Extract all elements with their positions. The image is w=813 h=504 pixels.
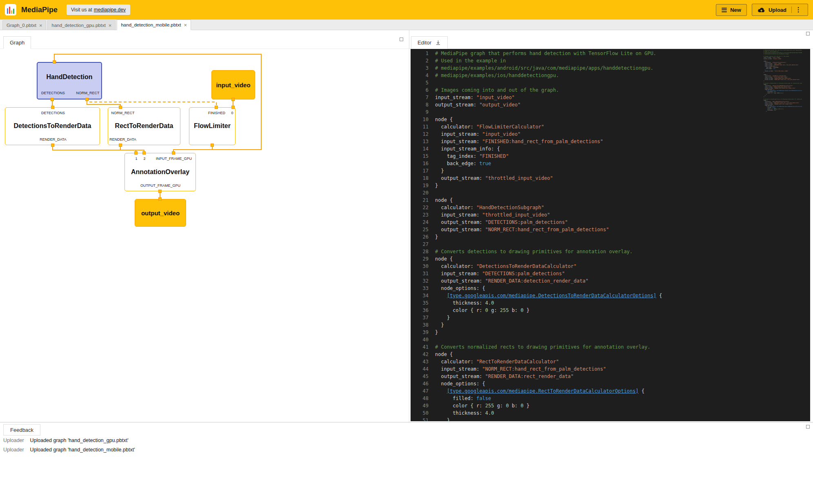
new-button-label: New xyxy=(730,7,741,13)
file-tab-label: hand_detection_gpu.pbtxt xyxy=(51,23,105,28)
download-icon[interactable] xyxy=(435,40,441,46)
node-hand-detection[interactable]: HandDetection DETECTIONS NORM_RECT xyxy=(37,62,102,99)
tab-close-icon[interactable]: × xyxy=(184,22,187,28)
cloud-upload-icon xyxy=(757,7,765,13)
file-tab-strip: Graph_0.pbtxt × hand_detection_gpu.pbtxt… xyxy=(0,20,813,30)
port-square xyxy=(158,197,162,201)
port-label: NORM_RECT xyxy=(76,91,99,95)
tab-close-icon[interactable]: × xyxy=(39,23,42,28)
port-label: 0 xyxy=(231,111,233,115)
new-button[interactable]: New xyxy=(716,4,747,16)
maximize-icon[interactable] xyxy=(806,32,810,35)
feedback-row: Uploader Uploaded graph 'hand_detection_… xyxy=(3,438,129,443)
feedback-tab-label: Feedback xyxy=(10,427,33,433)
file-tab-graph-0[interactable]: Graph_0.pbtxt × xyxy=(2,20,46,30)
port-label: OUTPUT_FRAME_GPU xyxy=(140,183,180,188)
tab-close-icon[interactable]: × xyxy=(109,23,112,28)
port-label: RENDER_DATA xyxy=(109,137,136,141)
editor-pane-header: Editor xyxy=(409,30,813,49)
port-square xyxy=(142,151,146,155)
graph-pane-header: Graph xyxy=(0,30,409,49)
node-title: RectToRenderData xyxy=(108,122,180,130)
node-flow-limiter[interactable]: FINISHED 0 FlowLimiter xyxy=(189,107,235,145)
node-title: AnnotationOverlay xyxy=(125,168,195,176)
feedback-message: Uploaded graph 'hand_detection_mobile.pb… xyxy=(30,447,135,453)
port-label: INPUT_FRAME_GPU xyxy=(156,157,192,161)
maximize-icon[interactable] xyxy=(806,425,810,429)
hamburger-icon xyxy=(722,8,727,12)
port-square xyxy=(134,151,138,155)
port-label: DETECTIONS xyxy=(41,111,65,115)
mediapipe-visualizer: MediaPipe Visit us at mediapipe.dev New … xyxy=(0,0,813,504)
graph-edge-rect-render-data xyxy=(120,145,144,153)
graph-edge-detection-render-data xyxy=(53,145,136,153)
node-annotation-overlay[interactable]: 1 2 INPUT_FRAME_GPU AnnotationOverlay OU… xyxy=(124,153,196,191)
file-tab-label: hand_detection_mobile.pbtxt xyxy=(121,22,181,27)
port-square xyxy=(51,98,54,101)
port-square xyxy=(119,144,122,147)
node-detections-to-render-data[interactable]: DETECTIONS DetectionsToRenderData RENDER… xyxy=(5,107,100,145)
feedback-source: Uploader xyxy=(3,447,29,453)
upload-button[interactable]: Upload ⋮ xyxy=(752,4,808,16)
graph-edge-back-edge-dashed xyxy=(87,99,216,107)
feedback-panel: Feedback Uploader Uploaded graph 'hand_d… xyxy=(0,422,813,504)
port-label: FINISHED xyxy=(208,111,225,115)
feedback-row: Uploader Uploaded graph 'hand_detection_… xyxy=(3,447,135,453)
port-label: 1 xyxy=(135,157,137,161)
port-label: RENDER_DATA xyxy=(40,137,67,141)
tab-feedback[interactable]: Feedback xyxy=(3,424,40,435)
visit-label: Visit us at xyxy=(71,7,92,13)
node-output-video[interactable]: output_video xyxy=(135,199,186,227)
node-title: input_video xyxy=(212,82,255,88)
port-square xyxy=(85,98,89,101)
file-tab-hand-detection-mobile[interactable]: hand_detection_mobile.pbtxt × xyxy=(117,20,191,30)
port-square xyxy=(231,106,235,109)
node-input-video[interactable]: input_video xyxy=(211,70,255,99)
app-title: MediaPipe xyxy=(21,6,58,14)
port-square xyxy=(211,144,214,147)
code-editor[interactable]: 1234567891011121314151617181920212223242… xyxy=(411,49,810,421)
port-square xyxy=(231,98,235,101)
port-square xyxy=(51,106,54,109)
port-square xyxy=(215,106,218,109)
node-title: output_video xyxy=(135,210,186,217)
node-title: FlowLimiter xyxy=(189,122,235,130)
editor-gutter: 1234567891011121314151617181920212223242… xyxy=(411,50,429,421)
file-tab-label: Graph_0.pbtxt xyxy=(7,23,36,28)
port-square xyxy=(172,151,175,155)
port-square xyxy=(158,190,162,193)
editor-pane: Editor 123456789101112131415161718192021… xyxy=(409,30,813,422)
graph-edge-norm-rect xyxy=(87,99,120,107)
port-square xyxy=(119,106,122,109)
file-tab-hand-detection-gpu[interactable]: hand_detection_gpu.pbtxt × xyxy=(47,20,116,30)
graph-pane: Graph HandDetection xyxy=(0,30,409,422)
graph-tab-label: Graph xyxy=(10,40,24,46)
visit-link-button[interactable]: Visit us at mediapipe.dev xyxy=(67,4,130,15)
port-label: NORM_RECT xyxy=(111,111,134,115)
upload-button-label: Upload xyxy=(769,7,786,13)
port-square xyxy=(51,144,54,147)
tab-editor[interactable]: Editor xyxy=(411,36,448,49)
node-title: HandDetection xyxy=(38,73,101,81)
tab-graph[interactable]: Graph xyxy=(3,36,31,49)
feedback-message: Uploaded graph 'hand_detection_gpu.pbtxt… xyxy=(30,438,128,443)
maximize-icon[interactable] xyxy=(400,38,403,41)
node-rect-to-render-data[interactable]: NORM_RECT RectToRenderData RENDER_DATA xyxy=(108,107,180,145)
graph-canvas[interactable]: HandDetection DETECTIONS NORM_RECT input… xyxy=(0,50,409,422)
feedback-source: Uploader xyxy=(3,438,29,443)
port-label: DETECTIONS xyxy=(41,91,65,95)
header-bar: MediaPipe Visit us at mediapipe.dev New … xyxy=(0,0,813,20)
graph-edge-throttled-to-overlay xyxy=(173,145,212,153)
editor-code[interactable]: # MediaPipe graph that performs hand det… xyxy=(435,50,757,421)
node-title: DetectionsToRenderData xyxy=(5,122,100,130)
visit-link[interactable]: mediapipe.dev xyxy=(94,7,126,13)
edge-layer xyxy=(0,50,409,422)
kebab-menu-icon[interactable]: ⋮ xyxy=(791,7,802,13)
mediapipe-logo-icon xyxy=(5,4,16,15)
editor-minimap[interactable]: # MediaPipe graph that performs hand det… xyxy=(764,50,802,112)
port-square xyxy=(53,60,56,64)
editor-tab-label: Editor xyxy=(418,40,431,46)
port-label: 2 xyxy=(143,157,145,161)
